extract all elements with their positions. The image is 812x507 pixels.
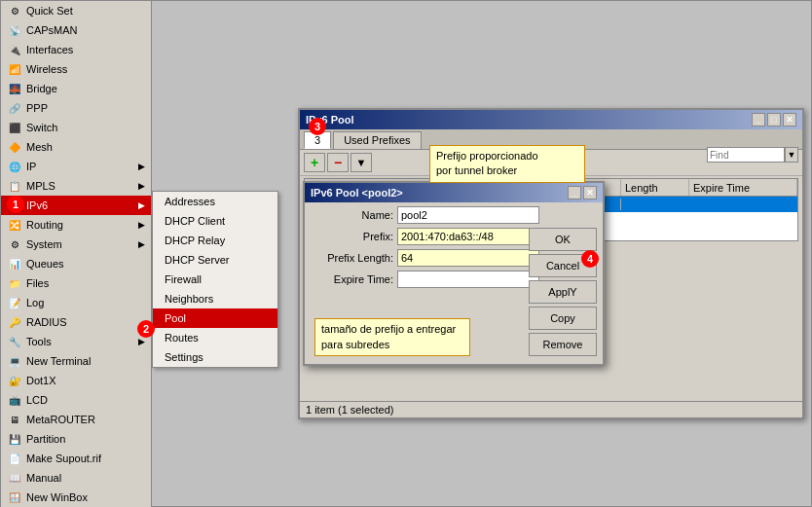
log-icon: 📝 (7, 295, 22, 310)
sidebar-item-capsman[interactable]: 📡 CAPsMAN (1, 20, 151, 40)
form-row-expire: Expire Time: (311, 271, 517, 288)
files-icon: 📁 (7, 275, 22, 291)
minimize-button[interactable]: _ (752, 113, 765, 127)
sidebar-item-queues[interactable]: 📊 Queues (1, 254, 151, 273)
pool-minimize-btn[interactable]: _ (568, 186, 581, 199)
name-input[interactable] (397, 206, 539, 224)
sidebar-item-partition[interactable]: 💾 Partition (1, 429, 151, 449)
tools-arrow: ▶ (138, 337, 145, 346)
ipv6-submenu: Addresses DHCP Client DHCP Relay DHCP Se… (152, 191, 278, 368)
sidebar-item-dot1x[interactable]: 🔐 Dot1X (1, 371, 151, 390)
routing-arrow: ▶ (138, 220, 145, 230)
sidebar-item-lcd[interactable]: 📺 LCD (1, 390, 151, 410)
submenu-addresses[interactable]: Addresses (153, 192, 277, 211)
form-row-prefix-length: Prefix Length: (311, 249, 517, 267)
queues-icon: 📊 (7, 256, 22, 272)
sidebar-item-ip[interactable]: 🌐 IP ▶ (1, 157, 151, 176)
prefix-input[interactable] (397, 228, 539, 245)
sidebar-item-ppp[interactable]: 🔗 PPP (1, 98, 151, 118)
close-button[interactable]: ✕ (783, 113, 796, 127)
dialog-buttons: OK Cancel ApplY Copy Remove (529, 228, 597, 356)
sidebar-item-mpls[interactable]: 📋 MPLS ▶ (1, 176, 151, 196)
sidebar-item-routing[interactable]: 🔀 Routing ▶ (1, 215, 151, 235)
col-length: Length (621, 179, 689, 196)
sidebar-item-files[interactable]: 📁 Files (1, 273, 151, 293)
badge-4: 4 (581, 250, 599, 268)
wireless-icon: 📶 (7, 61, 22, 77)
pool-titlebar-buttons: _ ✕ (568, 186, 597, 199)
prefix-label: Prefix: (311, 231, 393, 242)
sidebar-item-manual[interactable]: 📖 Manual (1, 468, 151, 488)
submenu-dhcp-client[interactable]: DHCP Client (153, 211, 277, 231)
pool-form: Name: Prefix: Prefix Length: Expire Time… (305, 206, 603, 288)
sidebar-item-new-winbox[interactable]: 🪟 New WinBox (1, 488, 151, 507)
partition-icon: 💾 (7, 431, 22, 447)
system-arrow: ▶ (138, 239, 145, 249)
mpls-arrow: ▶ (138, 181, 145, 191)
tools-icon: 🔧 (7, 334, 22, 349)
status-bar: 1 item (1 selected) (300, 401, 802, 417)
submenu-pool[interactable]: Pool (153, 308, 277, 328)
expire-label: Expire Time: (311, 273, 393, 285)
apply-button[interactable]: ApplY (529, 280, 597, 304)
quick-set-icon: ⚙ (7, 3, 22, 18)
ip-arrow: ▶ (138, 162, 145, 171)
sidebar-item-tools[interactable]: 🔧 Tools ▶ (1, 332, 151, 351)
sidebar-item-system[interactable]: ⚙ System ▶ (1, 235, 151, 254)
sidebar: ⚙ Quick Set 📡 CAPsMAN 🔌 Interfaces 📶 Wir… (1, 1, 152, 507)
remove-button[interactable]: − (327, 153, 349, 172)
bridge-icon: 🌉 (7, 81, 22, 96)
remove-button[interactable]: Remove (529, 333, 597, 356)
pool-dialog-title: IPv6 Pool <pool2> (311, 187, 403, 199)
sidebar-item-wireless[interactable]: 📶 Wireless (1, 59, 151, 79)
make-supout-icon: 📄 (7, 451, 22, 466)
maximize-button[interactable]: □ (767, 113, 781, 127)
sidebar-item-log[interactable]: 📝 Log (1, 293, 151, 312)
sidebar-item-interfaces[interactable]: 🔌 Interfaces (1, 40, 151, 59)
sidebar-item-bridge[interactable]: 🌉 Bridge (1, 79, 151, 98)
manual-icon: 📖 (7, 470, 22, 486)
mesh-icon: 🔶 (7, 139, 22, 155)
routing-icon: 🔀 (7, 217, 22, 233)
prefix-size-tooltip: tamaño de prefijo a entregarpara subrede… (314, 318, 470, 356)
submenu-routes[interactable]: Routes (153, 328, 277, 347)
submenu-settings[interactable]: Settings (153, 347, 277, 367)
mpls-icon: 📋 (7, 178, 22, 194)
ipv6-pool-titlebar: IPv6 Pool _ □ ✕ (300, 110, 802, 129)
tab-used-prefixes[interactable]: Used Prefixes (333, 131, 421, 149)
ipv6-arrow: ▶ (138, 200, 145, 210)
capsman-icon: 📡 (7, 22, 22, 38)
submenu-dhcp-relay[interactable]: DHCP Relay (153, 231, 277, 250)
copy-button[interactable]: Copy (529, 307, 597, 330)
pool-close-btn[interactable]: ✕ (583, 186, 597, 199)
lcd-icon: 📺 (7, 392, 22, 408)
expire-input[interactable] (397, 271, 539, 288)
badge-1: 1 (7, 196, 24, 213)
find-dropdown-arrow[interactable]: ▼ (785, 147, 798, 163)
sidebar-item-metarouter[interactable]: 🖥 MetaROUTER (1, 410, 151, 429)
sidebar-item-new-terminal[interactable]: 💻 New Terminal (1, 351, 151, 371)
submenu-firewall[interactable]: Firewall (153, 270, 277, 289)
radius-icon: 🔑 (7, 314, 22, 330)
dot1x-icon: 🔐 (7, 373, 22, 388)
ok-button[interactable]: OK (529, 228, 597, 251)
sidebar-item-radius[interactable]: 🔑 RADIUS (1, 312, 151, 332)
sidebar-item-switch[interactable]: ⬛ Switch (1, 118, 151, 137)
tunnel-broker-tooltip: Prefijo proporcionadopor tunnel broker (429, 145, 585, 183)
filter-button[interactable]: ▼ (351, 153, 372, 172)
prefix-length-label: Prefix Length: (311, 252, 393, 264)
sidebar-item-mesh[interactable]: 🔶 Mesh (1, 137, 151, 157)
submenu-neighbors[interactable]: Neighbors (153, 289, 277, 308)
add-button[interactable]: + (304, 153, 325, 172)
submenu-dhcp-server[interactable]: DHCP Server (153, 250, 277, 270)
badge-3: 3 (309, 118, 326, 135)
find-input[interactable] (707, 147, 785, 163)
switch-icon: ⬛ (7, 120, 22, 135)
sidebar-item-quick-set[interactable]: ⚙ Quick Set (1, 1, 151, 20)
new-terminal-icon: 💻 (7, 353, 22, 369)
prefix-length-input[interactable] (397, 249, 539, 267)
new-winbox-icon: 🪟 (7, 489, 22, 505)
name-label: Name: (311, 209, 393, 221)
form-row-name: Name: (311, 206, 517, 224)
sidebar-item-make-supout[interactable]: 📄 Make Supout.rif (1, 449, 151, 468)
